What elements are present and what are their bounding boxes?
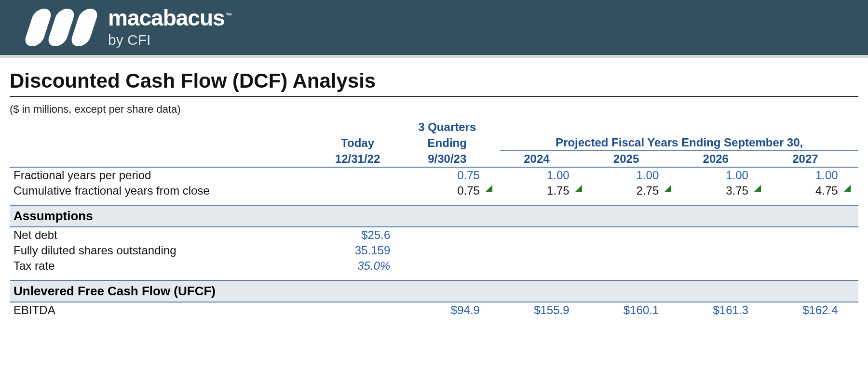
header-year-2025: 2025 <box>590 151 663 167</box>
cell-value: 3.75 <box>679 183 752 198</box>
cell-value: 1.00 <box>769 167 841 183</box>
row-tax-rate: Tax rate 35.0% <box>10 258 858 274</box>
header-year-2024: 2024 <box>500 151 573 167</box>
cell-value: 0.75 <box>411 167 484 183</box>
header-year-2027: 2027 <box>769 151 841 167</box>
cell-value: 4.75 <box>769 183 841 198</box>
header-stub-top: 3 Quarters <box>411 119 484 135</box>
cell-value: 35.0% <box>321 258 394 274</box>
section-ufcf-label: Unlevered Free Cash Flow (UFCF) <box>10 280 858 302</box>
label-net-debt: Net debt <box>10 227 321 243</box>
cell-value: 1.75 <box>500 183 573 198</box>
page-title: Discounted Cash Flow (DCF) Analysis <box>10 69 858 98</box>
cell-value: $155.9 <box>500 302 573 318</box>
header-stub-bottom: Ending <box>411 135 484 151</box>
header-today-label: Today <box>321 135 394 151</box>
cell-value: 1.00 <box>590 167 663 183</box>
label-cumulative-years: Cumulative fractional years from close <box>10 183 321 198</box>
comment-flag-icon <box>754 185 761 192</box>
cell-value: $161.3 <box>679 302 752 318</box>
header-stub-date: 9/30/23 <box>411 151 484 167</box>
row-cumulative-years: Cumulative fractional years from close 0… <box>10 183 858 198</box>
brand-banner: macabacus™ by CFI <box>0 0 868 58</box>
unit-note: ($ in millions, except per share data) <box>10 103 858 116</box>
row-net-debt: Net debt $25.6 <box>10 227 858 243</box>
cell-value: $94.9 <box>411 302 484 318</box>
cell-value: 2.75 <box>590 183 663 198</box>
cell-value: 0.75 <box>411 183 484 198</box>
label-fractional-years: Fractional years per period <box>10 167 321 183</box>
row-ebitda: EBITDA $94.9 $155.9 $160.1 $161.3 $162.4 <box>10 302 858 318</box>
cell-value: 1.00 <box>500 167 573 183</box>
comment-flag-icon <box>665 185 671 192</box>
dcf-table: 3 Quarters Today Ending Projected Fiscal… <box>10 119 858 318</box>
section-assumptions-label: Assumptions <box>10 205 858 227</box>
label-fdso: Fully diluted shares outstanding <box>10 243 321 258</box>
comment-flag-icon <box>844 185 851 192</box>
cell-value: $160.1 <box>590 302 663 318</box>
row-fractional-years: Fractional years per period 0.75 1.00 1.… <box>10 167 858 183</box>
cell-value: 1.00 <box>679 167 752 183</box>
row-fdso: Fully diluted shares outstanding 35.159 <box>10 243 858 258</box>
comment-flag-icon <box>486 185 492 192</box>
brand-name: macabacus <box>108 5 225 30</box>
section-assumptions: Assumptions <box>10 205 858 227</box>
trademark-icon: ™ <box>226 12 232 19</box>
cell-value: 35.159 <box>321 243 394 258</box>
header-today-date: 12/31/22 <box>321 151 394 167</box>
cell-value: $162.4 <box>769 302 841 318</box>
label-tax-rate: Tax rate <box>10 258 321 274</box>
brand-byline: by CFI <box>108 32 232 48</box>
header-projected-label: Projected Fiscal Years Ending September … <box>500 135 858 151</box>
header-year-2026: 2026 <box>679 151 752 167</box>
label-ebitda: EBITDA <box>10 302 321 318</box>
comment-flag-icon <box>575 185 582 192</box>
logo-text: macabacus™ by CFI <box>108 7 232 48</box>
section-ufcf: Unlevered Free Cash Flow (UFCF) <box>10 280 858 302</box>
logo-icon <box>29 9 94 46</box>
cell-value: $25.6 <box>321 227 394 243</box>
